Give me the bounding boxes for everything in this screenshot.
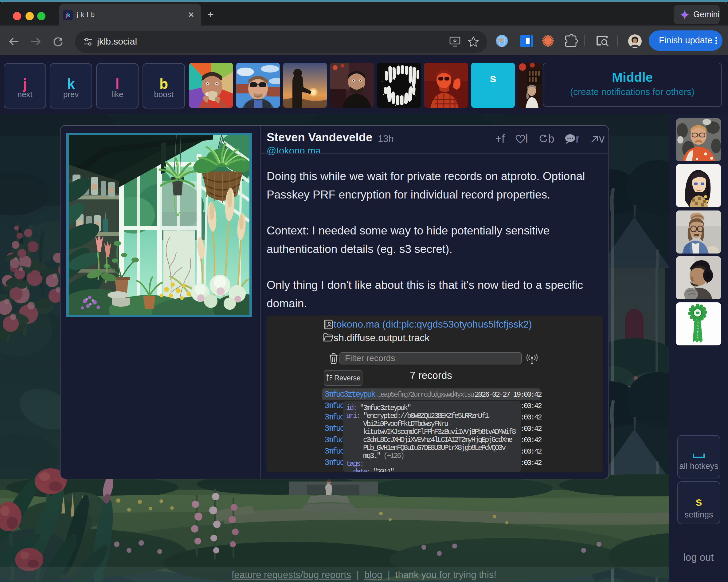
svg-text:C: C [697, 337, 699, 340]
svg-text:I: I [697, 334, 698, 337]
svg-text:T: T [697, 331, 699, 334]
svg-text:R: R [697, 328, 699, 331]
svg-text:P: P [697, 322, 699, 325]
svg-text:A: A [697, 325, 699, 328]
